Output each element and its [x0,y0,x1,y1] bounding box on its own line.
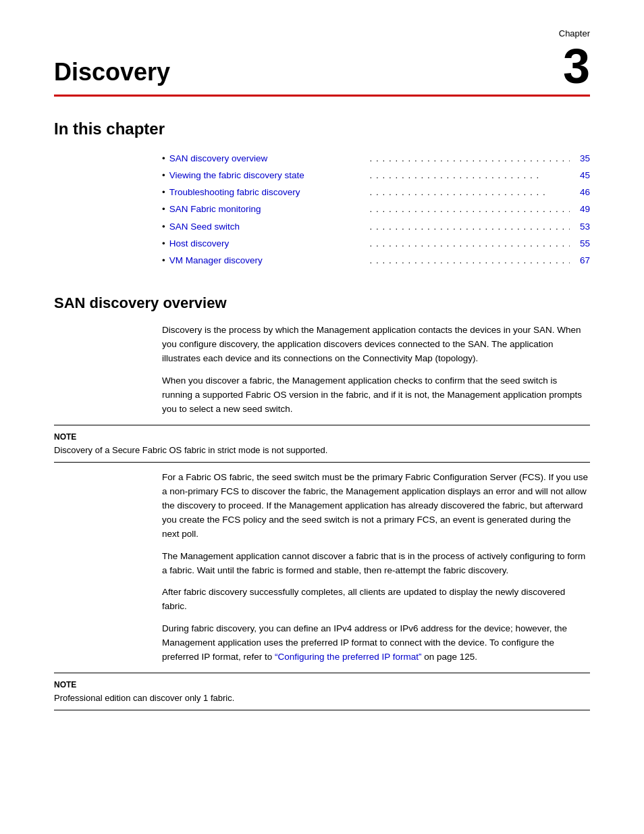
note-2-label: NOTE [54,679,590,691]
toc-dots-1: . . . . . . . . . . . . . . . . . . . . … [369,169,570,182]
toc-item: •SAN Seed switch . . . . . . . . . . . .… [162,220,590,234]
toc-page-5[interactable]: 55 [574,237,590,251]
toc-bullet: • [162,203,165,216]
toc-link-5[interactable]: Host discovery [169,237,370,251]
toc-bullet: • [162,186,165,199]
note-box-2: NOTE Professional edition can discover o… [54,673,590,710]
toc-dots-5: . . . . . . . . . . . . . . . . . . . . … [369,237,570,251]
note-1-content: Discovery of a Secure Fabric OS fabric i… [54,444,590,457]
toc-link-6[interactable]: VM Manager discovery [169,254,370,267]
toc-item: •SAN discovery overview . . . . . . . . … [162,152,590,165]
chapter-header: Discovery 3 [54,42,590,97]
toc-page-0[interactable]: 35 [574,152,590,165]
toc-bullet: • [162,169,165,182]
toc-link-4[interactable]: SAN Seed switch [169,220,370,234]
toc-item: •Host discovery . . . . . . . . . . . . … [162,237,590,251]
san-discovery-para-1: Discovery is the process by which the Ma… [54,323,590,366]
san-discovery-para-4: The Management application cannot discov… [54,550,590,578]
san-discovery-para-3: For a Fabric OS fabric, the seed switch … [54,471,590,542]
chapter-number: 3 [563,42,590,90]
toc-link-3[interactable]: SAN Fabric monitoring [169,203,370,216]
san-discovery-para-2: When you discover a fabric, the Manageme… [54,374,590,417]
in-this-chapter-heading: In this chapter [54,117,590,141]
toc-dots-6: . . . . . . . . . . . . . . . . . . . . … [369,254,570,267]
toc-item: •VM Manager discovery . . . . . . . . . … [162,254,590,267]
page-container: Chapter Discovery 3 In this chapter •SAN… [0,0,644,764]
toc-page-3[interactable]: 49 [574,203,590,216]
toc-dots-2: . . . . . . . . . . . . . . . . . . . . … [369,186,570,199]
toc-page-2[interactable]: 46 [574,186,590,199]
toc-link-1[interactable]: Viewing the fabric discovery state [169,169,370,182]
toc-link-2[interactable]: Troubleshooting fabric discovery [169,186,370,199]
toc-link-0[interactable]: SAN discovery overview [169,152,370,165]
toc-bullet: • [162,254,165,267]
san-discovery-para-5: After fabric discovery successfully comp… [54,585,590,614]
in-this-chapter-section: In this chapter •SAN discovery overview … [54,117,590,268]
san-discovery-para-6: During fabric discovery, you can define … [54,622,590,664]
toc-page-4[interactable]: 53 [574,220,590,234]
san-discovery-section: SAN discovery overview Discovery is the … [54,292,590,710]
note-1-label: NOTE [54,431,590,443]
toc-list: •SAN discovery overview . . . . . . . . … [54,152,590,268]
toc-item: •Troubleshooting fabric discovery . . . … [162,186,590,199]
note-box-1: NOTE Discovery of a Secure Fabric OS fab… [54,425,590,463]
toc-dots-3: . . . . . . . . . . . . . . . . . . . . … [369,203,570,216]
chapter-label: Chapter [54,27,590,41]
toc-page-1[interactable]: 45 [574,169,590,182]
chapter-title: Discovery [54,54,170,90]
toc-page-6[interactable]: 67 [574,254,590,267]
toc-bullet: • [162,220,165,234]
toc-bullet: • [162,237,165,251]
toc-dots-0: . . . . . . . . . . . . . . . . . . . . … [369,152,570,165]
configuring-ip-format-link[interactable]: “Configuring the preferred IP format” [275,652,421,662]
toc-item: •Viewing the fabric discovery state . . … [162,169,590,182]
toc-item: •SAN Fabric monitoring . . . . . . . . .… [162,203,590,216]
note-2-content: Professional edition can discover only 1… [54,692,590,704]
san-discovery-heading: SAN discovery overview [54,292,590,314]
toc-bullet: • [162,152,165,165]
toc-dots-4: . . . . . . . . . . . . . . . . . . . . … [369,220,570,234]
